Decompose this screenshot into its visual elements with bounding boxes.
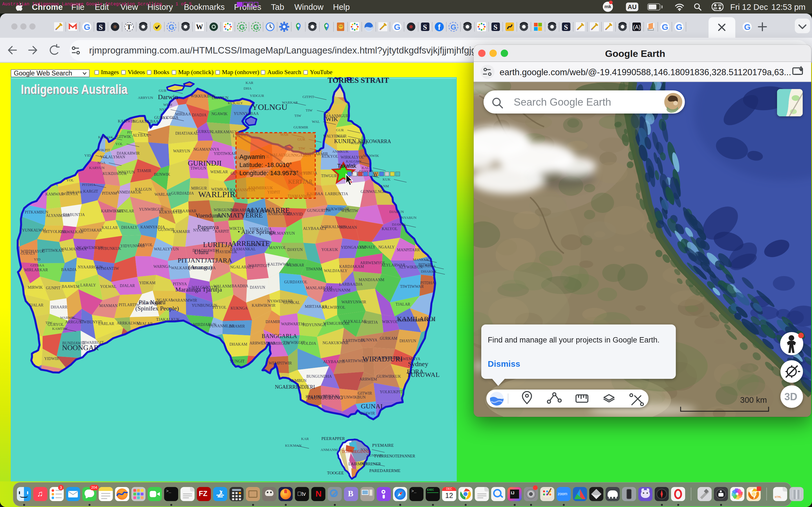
svg-text:NYAMAN: NYAMAN: [340, 225, 357, 230]
svg-text:KAR: KAR: [301, 437, 309, 441]
svg-text:PITYOL: PITYOL: [213, 305, 227, 309]
svg-text:LARKAMALY: LARKAMALY: [212, 130, 237, 134]
svg-text:NGAERRINDJERI: NGAERRINDJERI: [275, 384, 315, 390]
svg-text:WEMPITWIR: WEMPITWIR: [269, 361, 292, 365]
svg-text:YID: YID: [84, 153, 91, 158]
svg-text:ALYBAA: ALYBAA: [133, 133, 149, 137]
svg-text:Longitude: 143.9573°: Longitude: 143.9573°: [239, 170, 298, 177]
svg-text:GUNAI: GUNAI: [361, 402, 383, 410]
svg-text:WALALYYUN: WALALYYUN: [154, 247, 179, 251]
svg-text:WALDJAALY: WALDJAALY: [324, 269, 347, 273]
svg-text:YOLDJA: YOLDJA: [301, 341, 316, 346]
svg-text:DJAMIR: DJAMIR: [266, 320, 281, 324]
svg-text:TOMMEGINNE: TOMMEGINNE: [342, 449, 370, 454]
svg-text:Takalak: Takalak: [337, 163, 357, 169]
svg-text:WIKPIT: WIKPIT: [97, 148, 110, 152]
svg-text:NGAMANNYA: NGAMANNYA: [193, 147, 220, 152]
svg-text:YID: YID: [34, 257, 40, 262]
svg-text:DJAKARWIR: DJAKARWIR: [117, 151, 140, 156]
svg-text:PITBUNKUK: PITBUNKUK: [98, 246, 121, 251]
svg-text:TJALAR: TJALAR: [29, 303, 44, 307]
svg-text:BAADJA: BAADJA: [61, 268, 77, 272]
svg-text:YIDKAM: YIDKAM: [139, 281, 156, 285]
svg-text:WEMKAR: WEMKAR: [286, 263, 304, 267]
svg-text:GUNWIR: GUNWIR: [158, 228, 174, 232]
svg-text:DHAKUK: DHAKUK: [421, 269, 437, 274]
svg-text:WIRADJURI: WIRADJURI: [362, 355, 403, 363]
svg-text:DJABUN: DJABUN: [389, 210, 404, 214]
svg-text:KARGIT: KARGIT: [83, 189, 98, 193]
svg-text:MIRLARKAR: MIRLARKAR: [24, 268, 48, 272]
svg-text:YUNNYABAA: YUNNYABAA: [234, 112, 259, 116]
svg-text:WARYUNWIR: WARYUNWIR: [342, 300, 366, 304]
svg-text:LURITJA: LURITJA: [203, 240, 233, 249]
svg-text:MANDJAANM: MANDJAANM: [359, 278, 385, 282]
svg-text:WIK: WIK: [326, 115, 338, 122]
svg-text:YIDTIWKAR: YIDTIWKAR: [214, 152, 237, 156]
svg-text:MANLAR: MANLAR: [117, 209, 134, 213]
svg-text:KAR: KAR: [246, 80, 253, 85]
svg-text:YUNGIT: YUNGIT: [230, 359, 245, 363]
svg-text:KUKALY: KUKALY: [228, 101, 243, 105]
svg-text:TOOGEE: TOOGEE: [327, 471, 344, 475]
svg-text:Find and manage all your proje: Find and manage all your projects in Goo…: [488, 336, 659, 344]
svg-text:KARWIKWIR: KARWIKWIR: [252, 303, 276, 307]
svg-text:BANGGARLA: BANGGARLA: [262, 333, 297, 339]
svg-text:KUK: KUK: [383, 177, 391, 181]
svg-text:earth.google.com/web/@-19.4199: earth.google.com/web/@-19.41990588,146.1…: [500, 67, 791, 77]
svg-text:MANYOL: MANYOL: [269, 245, 286, 250]
svg-text:WARARR: WARARR: [66, 190, 82, 194]
svg-text:NGA: NGA: [337, 134, 345, 138]
svg-text:KARDJAKAM: KARDJAKAM: [339, 265, 364, 269]
svg-text:DHA: DHA: [160, 116, 168, 120]
svg-text:ANM: ANM: [380, 184, 389, 188]
svg-text:DJAYUN: DJAYUN: [250, 285, 265, 290]
svg-text:NYA: NYA: [159, 107, 167, 112]
svg-text:WIRKALYOL: WIRKALYOL: [341, 155, 364, 159]
svg-text:TIWTIWWAR: TIWTIWWAR: [400, 284, 424, 289]
svg-text:YIDWIR: YIDWIR: [44, 356, 59, 361]
svg-text:KAMILAROI: KAMILAROI: [397, 315, 436, 323]
svg-text:DHAALY: DHAALY: [121, 225, 138, 230]
svg-text:WIKYOL: WIKYOL: [382, 320, 398, 324]
svg-text:Uluru: Uluru: [194, 248, 208, 256]
svg-text:YIDYUNNGA: YIDYUNNGA: [302, 323, 326, 327]
svg-text:YOLKUK: YOLKUK: [321, 247, 338, 252]
svg-text:Indigenous Australia: Indigenous Australia: [21, 82, 128, 97]
svg-text:GITWIK: GITWIK: [117, 135, 131, 139]
svg-text:GUNKAL: GUNKAL: [283, 300, 300, 305]
svg-text:GUNDHA: GUNDHA: [420, 264, 436, 268]
svg-text:KOKOWARRA: KOKOWARRA: [358, 138, 391, 144]
svg-text:DHAKAM: DHAKAM: [230, 342, 248, 346]
svg-text:MANKUK: MANKUK: [413, 258, 429, 262]
svg-text:KALLAR: KALLAR: [102, 226, 118, 230]
svg-text:NGAALY: NGAALY: [378, 245, 395, 249]
svg-text:TJABUNTJA: TJABUNTJA: [63, 213, 85, 217]
svg-text:EORA: EORA: [407, 368, 424, 375]
svg-text:TJAMIR: TJAMIR: [137, 169, 151, 173]
svg-text:GURWIRKUK: GURWIRKUK: [377, 374, 401, 379]
svg-text:GITWIR: GITWIR: [358, 391, 372, 395]
svg-text:MIRBAA: MIRBAA: [175, 112, 191, 116]
svg-text:DHAYUN: DHAYUN: [400, 339, 416, 343]
svg-text:KALYOL: KALYOL: [382, 227, 398, 231]
svg-text:KAMWAR: KAMWAR: [45, 192, 63, 196]
svg-text:GURALY: GURALY: [20, 251, 36, 256]
svg-text:Search Google Earth: Search Google Earth: [514, 96, 611, 108]
svg-text:Papunya: Papunya: [197, 223, 219, 230]
svg-text:WARLAR: WARLAR: [154, 192, 171, 196]
svg-text:ANMANM: ANMANM: [320, 448, 338, 452]
svg-text:KAMTIW: KAMTIW: [52, 327, 68, 331]
svg-text:WAL: WAL: [312, 119, 320, 124]
svg-text:DHAYUN: DHAYUN: [212, 96, 229, 100]
svg-text:MANPITARR: MANPITARR: [397, 248, 420, 252]
svg-text:GITPIT: GITPIT: [303, 95, 314, 99]
svg-text:NGAWIK: NGAWIK: [211, 112, 227, 116]
svg-text:PITKAMBUN: PITKAMBUN: [25, 210, 48, 214]
svg-text:DHA: DHA: [244, 86, 252, 91]
svg-text:(Anangu): (Anangu): [188, 264, 212, 271]
svg-text:NOONGAR: NOONGAR: [62, 344, 99, 352]
svg-text:Google Earth: Google Earth: [605, 48, 665, 59]
svg-text:MIRWIK: MIRWIK: [28, 285, 43, 290]
svg-text:TIW: TIW: [306, 108, 313, 112]
